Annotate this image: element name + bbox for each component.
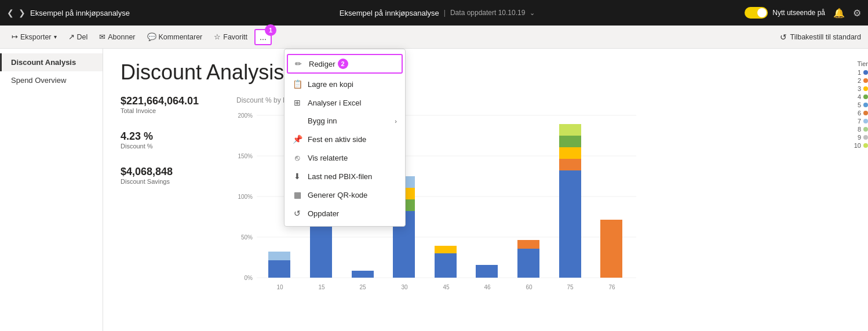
svg-text:75: 75: [567, 284, 574, 290]
svg-text:46: 46: [484, 284, 491, 290]
svg-text:25: 25: [359, 284, 366, 290]
legend-label-3: 3: [858, 85, 861, 92]
page-title: Discount Analysis: [121, 60, 851, 85]
subscribe-button[interactable]: ✉ Abonner: [94, 30, 140, 43]
menu-item-pin-page[interactable]: 📌 Fest en aktiv side: [285, 130, 405, 148]
svg-rect-37: [559, 159, 581, 170]
share-icon: ↗: [68, 32, 75, 41]
stat-discount-pct: 4.23 % Discount %: [121, 130, 199, 150]
svg-rect-35: [517, 240, 539, 249]
legend-dot-6: [863, 111, 868, 115]
embed-label: Bygg inn: [308, 117, 337, 125]
subscribe-label: Abonner: [108, 33, 135, 41]
svg-text:60: 60: [526, 284, 533, 290]
svg-rect-39: [559, 136, 581, 147]
legend-dot-4: [863, 94, 868, 99]
legend-item-2: 2: [854, 77, 868, 84]
menu-item-embed[interactable]: Bygg inn ›: [285, 112, 405, 130]
reset-icon: ↺: [780, 32, 787, 42]
analyze-excel-label: Analyser i Excel: [308, 99, 361, 107]
legend-item-3: 3: [854, 85, 868, 92]
svg-rect-40: [559, 124, 581, 136]
more-button[interactable]: ... 1: [254, 29, 272, 45]
share-button[interactable]: ↗ Del: [64, 30, 93, 43]
edit-icon: ✏: [294, 59, 303, 68]
legend-dot-5: [863, 103, 868, 107]
export-icon: ↦: [12, 32, 18, 41]
new-look-toggle[interactable]: [745, 7, 768, 19]
dropdown-menu: ✏ Rediger 2 📋 Lagre en kopi ⊞ Analyser i…: [284, 49, 406, 227]
legend-label-2: 2: [858, 77, 861, 84]
new-look-toggle-container: Nytt utseende på: [745, 7, 825, 19]
svg-text:15: 15: [318, 284, 325, 290]
sidebar-item-spend-overview[interactable]: Spend Overview: [0, 71, 103, 89]
edit-badge: 2: [338, 59, 348, 69]
refresh-label: Oppdater: [308, 209, 339, 218]
svg-rect-32: [435, 246, 457, 253]
download-pbix-label: Last ned PBIX-filen: [308, 172, 372, 181]
legend-label-9: 9: [858, 134, 861, 141]
save-copy-label: Lagre en kopi: [308, 80, 353, 89]
menu-item-save-copy[interactable]: 📋 Lagre en kopi: [285, 75, 405, 93]
legend-item-10: 10: [854, 142, 868, 149]
discount-savings-label: Discount Savings: [121, 178, 199, 185]
comments-button[interactable]: 💬 Kommentarer: [143, 30, 207, 43]
more-badge: 1: [265, 24, 276, 36]
svg-rect-20: [268, 252, 290, 260]
legend-item-1: 1: [854, 69, 868, 76]
svg-rect-33: [476, 265, 498, 278]
sidebar-item-label: Spend Overview: [11, 76, 66, 85]
main-layout: Discount Analysis Spend Overview Discoun…: [0, 49, 868, 331]
svg-text:50%: 50%: [241, 234, 253, 241]
svg-rect-26: [352, 271, 374, 278]
topbar-right: Nytt utseende på 🔔 ⚙: [745, 7, 861, 19]
legend-dot-8: [863, 127, 868, 132]
reset-label: Tilbakestill til standard: [790, 33, 861, 41]
subscribe-icon: ✉: [99, 32, 105, 41]
toolbar-right: ↺ Tilbakestill til standard: [780, 32, 861, 42]
analyze-excel-icon: ⊞: [293, 98, 302, 107]
toggle-label: Nytt utseende på: [772, 9, 825, 17]
legend-item-9: 9: [854, 134, 868, 141]
legend-dot-3: [863, 86, 868, 91]
save-copy-icon: 📋: [293, 79, 302, 89]
export-button[interactable]: ↦ Eksporter ▾: [7, 30, 61, 43]
generate-qr-icon: ▦: [293, 190, 302, 199]
comments-icon: 💬: [147, 32, 156, 41]
back-arrow[interactable]: ❮: [7, 8, 14, 17]
settings-icon[interactable]: ⚙: [853, 8, 861, 19]
data-chevron[interactable]: ⌄: [530, 9, 535, 17]
svg-rect-34: [517, 249, 539, 278]
sidebar-item-discount-analysis[interactable]: Discount Analysis: [0, 53, 103, 71]
chart-legend: Tier 1 2 3 4: [854, 60, 868, 150]
legend-label-8: 8: [858, 126, 861, 133]
menu-item-edit[interactable]: ✏ Rediger 2: [287, 54, 403, 74]
menu-item-refresh[interactable]: ↺ Oppdater: [285, 204, 405, 223]
svg-text:100%: 100%: [238, 194, 253, 200]
legend-dot-10: [863, 143, 868, 148]
menu-item-generate-qr[interactable]: ▦ Generer QR-kode: [285, 185, 405, 204]
svg-text:200%: 200%: [238, 112, 253, 119]
stat-discount-savings: $4,068,848 Discount Savings: [121, 166, 199, 185]
generate-qr-label: Generer QR-kode: [308, 191, 367, 199]
legend-dot-7: [863, 119, 868, 123]
svg-rect-31: [435, 253, 457, 278]
svg-rect-36: [559, 170, 581, 278]
menu-item-analyze-excel[interactable]: ⊞ Analyser i Excel: [285, 93, 405, 112]
legend-dot-2: [863, 78, 868, 83]
menu-item-download-pbix[interactable]: ⬇ Last ned PBIX-filen: [285, 167, 405, 185]
menu-item-view-related[interactable]: ⎋ Vis relaterte: [285, 148, 405, 167]
legend-title: Tier: [854, 60, 868, 67]
legend-item-7: 7: [854, 118, 868, 125]
legend-label-6: 6: [858, 110, 861, 117]
edit-label: Rediger: [309, 60, 335, 68]
embed-arrow: ›: [395, 118, 397, 125]
legend-label-10: 10: [854, 142, 861, 149]
favorites-button[interactable]: ☆ Favoritt: [209, 30, 252, 43]
forward-arrow[interactable]: ❯: [19, 8, 25, 17]
notification-icon[interactable]: 🔔: [833, 8, 845, 19]
topbar: ❮ ❯ Eksempel på innkjøpsanalyse Eksempel…: [0, 0, 868, 26]
svg-text:30: 30: [401, 284, 408, 290]
comments-label: Kommentarer: [159, 33, 203, 41]
reset-button[interactable]: ↺ Tilbakestill til standard: [780, 32, 861, 42]
